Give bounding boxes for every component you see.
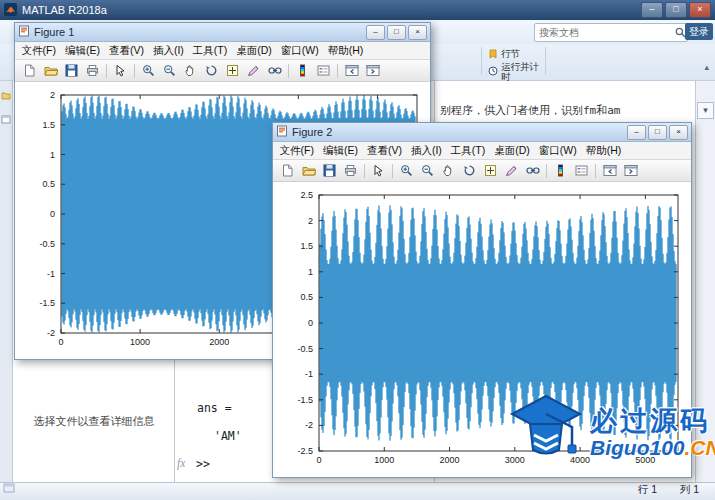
y-tick-label: 2 xyxy=(308,216,313,226)
new-figure-button[interactable] xyxy=(277,161,298,180)
menu-file[interactable]: 文件(F) xyxy=(275,144,318,158)
matlab-app-icon xyxy=(4,3,17,18)
menu-view[interactable]: 查看(V) xyxy=(104,44,148,58)
edit-plot-button[interactable] xyxy=(368,161,389,180)
show-plot-tools-button[interactable] xyxy=(620,161,641,180)
menu-desktop[interactable]: 桌面(D) xyxy=(490,144,535,158)
hide-plot-tools-button[interactable] xyxy=(341,61,362,80)
menu-view[interactable]: 查看(V) xyxy=(362,144,406,158)
pan-button[interactable] xyxy=(180,61,201,80)
menu-file[interactable]: 文件(F) xyxy=(17,44,60,58)
run-and-time-button[interactable]: 运行并计时 xyxy=(488,62,540,82)
toolbar-separator xyxy=(595,164,596,178)
edit-plot-icon xyxy=(114,64,127,77)
command-prompt[interactable]: >> xyxy=(196,457,210,471)
y-tick-label: -2 xyxy=(305,420,313,430)
print-figure-button[interactable] xyxy=(82,61,103,80)
ribbon-collapse-icon[interactable]: ▴ xyxy=(704,62,709,72)
zoom-out-button[interactable] xyxy=(159,61,180,80)
brush-button[interactable] xyxy=(501,161,522,180)
doc-search-box[interactable] xyxy=(534,23,688,42)
zoom-in-button[interactable] xyxy=(396,161,417,180)
ribbon-separator xyxy=(481,47,482,75)
editor-dropdown-icon[interactable]: ▾ xyxy=(697,102,714,119)
show-plot-tools-button[interactable] xyxy=(362,61,383,80)
save-figure-button[interactable] xyxy=(61,61,82,80)
open-file-button[interactable] xyxy=(298,161,319,180)
x-tick-label: 1000 xyxy=(130,337,150,347)
pan-icon xyxy=(184,64,197,77)
status-window-icon[interactable] xyxy=(3,480,15,498)
toolbar-separator xyxy=(288,64,289,78)
rotate-3d-icon xyxy=(205,64,218,77)
insert-legend-button[interactable] xyxy=(571,161,592,180)
sidebar-panel-icon[interactable] xyxy=(1,110,11,128)
save-figure-button[interactable] xyxy=(319,161,340,180)
menu-insert[interactable]: 插入(I) xyxy=(406,144,446,158)
save-figure-icon xyxy=(65,64,78,77)
link-plot-button[interactable] xyxy=(522,161,543,180)
edit-plot-button[interactable] xyxy=(110,61,131,80)
menu-edit[interactable]: 编辑(E) xyxy=(318,144,362,158)
pan-button[interactable] xyxy=(438,161,459,180)
menu-tools[interactable]: 工具(T) xyxy=(188,44,231,58)
run-section-button[interactable]: 行节 xyxy=(488,48,520,61)
menu-window[interactable]: 窗口(W) xyxy=(276,44,323,58)
link-plot-button[interactable] xyxy=(264,61,285,80)
toolbar-separator xyxy=(546,164,547,178)
menu-insert[interactable]: 插入(I) xyxy=(148,44,188,58)
figure-1-titlebar[interactable]: Figure 1–□× xyxy=(15,23,430,42)
y-tick-label: 0.5 xyxy=(300,292,313,302)
brush-button[interactable] xyxy=(243,61,264,80)
ribbon-separator xyxy=(545,47,546,75)
menu-edit[interactable]: 编辑(E) xyxy=(60,44,104,58)
insert-legend-button[interactable] xyxy=(313,61,334,80)
y-tick-label: 2.5 xyxy=(300,190,313,200)
show-plot-tools-icon xyxy=(366,64,380,77)
menu-desktop[interactable]: 桌面(D) xyxy=(232,44,277,58)
menu-tools[interactable]: 工具(T) xyxy=(446,144,489,158)
figure-2-titlebar[interactable]: Figure 2–□× xyxy=(273,123,691,142)
zoom-in-icon xyxy=(400,164,413,177)
data-cursor-button[interactable] xyxy=(222,61,243,80)
graduation-cap-icon xyxy=(506,390,586,476)
menu-window[interactable]: 窗口(W) xyxy=(534,144,581,158)
main-close-button[interactable]: × xyxy=(689,2,711,18)
main-maximize-button[interactable]: □ xyxy=(665,2,687,18)
figure-1-close-button[interactable]: × xyxy=(408,25,427,40)
login-button[interactable]: 登录 xyxy=(685,23,713,40)
y-tick-label: -0.5 xyxy=(297,344,313,354)
ans-value: 'AM' xyxy=(214,429,242,443)
new-figure-button[interactable] xyxy=(19,61,40,80)
menu-help[interactable]: 帮助(H) xyxy=(581,144,626,158)
y-tick-label: -2.5 xyxy=(297,446,313,456)
toolbar-separator xyxy=(392,164,393,178)
insert-colorbar-button[interactable] xyxy=(550,161,571,180)
insert-colorbar-button[interactable] xyxy=(292,61,313,80)
x-tick-label: 0 xyxy=(316,455,321,465)
toolbar-separator xyxy=(106,64,107,78)
brush-icon xyxy=(505,164,518,177)
insert-colorbar-icon xyxy=(296,64,309,77)
search-input[interactable] xyxy=(535,27,675,38)
zoom-in-button[interactable] xyxy=(138,61,159,80)
figure-2-maximize-button[interactable]: □ xyxy=(648,125,667,140)
figure-2-close-button[interactable]: × xyxy=(669,125,688,140)
link-plot-icon xyxy=(268,64,282,77)
status-column-indicator: 列 1 xyxy=(680,483,699,497)
menu-help[interactable]: 帮助(H) xyxy=(323,44,368,58)
sidebar-folder-icon[interactable] xyxy=(1,86,11,104)
figure-1-minimize-button[interactable]: – xyxy=(366,25,385,40)
open-file-button[interactable] xyxy=(40,61,61,80)
figure-1-maximize-button[interactable]: □ xyxy=(387,25,406,40)
main-window-title: MATLAB R2018a xyxy=(22,4,107,16)
figure-2-minimize-button[interactable]: – xyxy=(627,125,646,140)
rotate-3d-button[interactable] xyxy=(201,61,222,80)
x-tick-label: 0 xyxy=(58,337,63,347)
zoom-out-button[interactable] xyxy=(417,161,438,180)
hide-plot-tools-button[interactable] xyxy=(599,161,620,180)
print-figure-button[interactable] xyxy=(340,161,361,180)
rotate-3d-button[interactable] xyxy=(459,161,480,180)
main-minimize-button[interactable]: – xyxy=(641,2,663,18)
data-cursor-button[interactable] xyxy=(480,161,501,180)
